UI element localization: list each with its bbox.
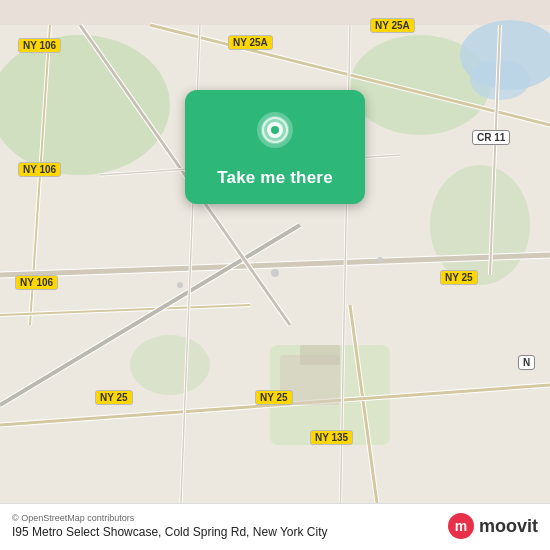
svg-point-36	[377, 257, 383, 263]
moovit-icon: m	[447, 512, 475, 540]
map-container: NY 106 NY 25A NY 25A NY 106 CR 11 NY 106…	[0, 0, 550, 550]
road-label-ny25a-right: NY 25A	[370, 18, 415, 33]
svg-point-40	[271, 126, 279, 134]
svg-point-3	[430, 165, 530, 285]
svg-text:m: m	[455, 518, 467, 534]
moovit-brand-text: moovit	[479, 516, 538, 537]
road-label-ny106-mid: NY 106	[18, 162, 61, 177]
road-label-ny25a-mid: NY 25A	[228, 35, 273, 50]
road-label-ny106-top: NY 106	[18, 38, 61, 53]
action-overlay: Take me there	[185, 90, 365, 204]
road-label-ny25-right: NY 25	[440, 270, 478, 285]
road-label-ny106-lower: NY 106	[15, 275, 58, 290]
svg-point-34	[271, 269, 279, 277]
take-me-there-button[interactable]: Take me there	[217, 168, 333, 188]
bottom-bar: © OpenStreetMap contributors I95 Metro S…	[0, 503, 550, 550]
location-text: I95 Metro Select Showcase, Cold Spring R…	[12, 525, 327, 539]
location-pin-icon	[251, 110, 299, 158]
road-label-ny135: NY 135	[310, 430, 353, 445]
moovit-logo: m moovit	[447, 512, 538, 540]
road-label-ny25-lower-left: NY 25	[95, 390, 133, 405]
action-card: Take me there	[185, 90, 365, 204]
road-label-n: N	[518, 355, 535, 370]
bottom-info: © OpenStreetMap contributors I95 Metro S…	[12, 513, 327, 539]
copyright-text: © OpenStreetMap contributors	[12, 513, 327, 523]
road-label-cr11: CR 11	[472, 130, 510, 145]
road-label-ny25-lower-mid: NY 25	[255, 390, 293, 405]
svg-point-35	[177, 282, 183, 288]
svg-point-5	[130, 335, 210, 395]
svg-rect-33	[300, 345, 340, 365]
